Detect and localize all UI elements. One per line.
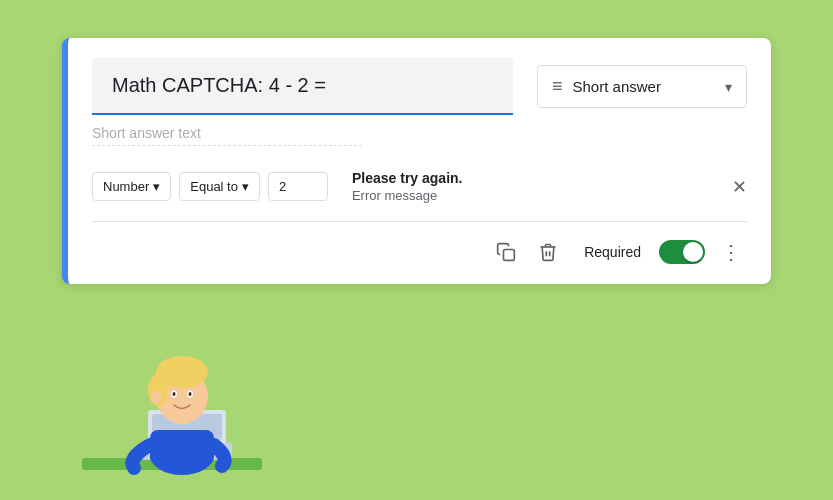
answer-type-label: Short answer [573,78,717,95]
card-top-row: Math CAPTCHA: 4 - 2 = ≡ Short answer ▾ [92,58,747,115]
validation-condition-label: Equal to [190,179,238,194]
question-card: Math CAPTCHA: 4 - 2 = ≡ Short answer ▾ S… [62,38,771,284]
svg-rect-6 [150,430,214,465]
required-toggle[interactable] [659,240,705,264]
validation-condition-arrow-icon: ▾ [242,179,249,194]
question-title-box[interactable]: Math CAPTCHA: 4 - 2 = [92,58,513,115]
more-options-button[interactable]: ⋮ [715,236,747,268]
error-section: Please try again. Error message [352,170,720,203]
validation-condition-dropdown[interactable]: Equal to ▾ [179,172,260,201]
copy-button[interactable] [490,238,522,266]
copy-icon [496,242,516,262]
delete-icon [538,242,558,262]
error-close-icon[interactable]: ✕ [732,178,747,196]
svg-point-11 [160,358,204,378]
short-answer-placeholder: Short answer text [92,125,362,146]
error-title: Please try again. [352,170,720,186]
validation-row: Number ▾ Equal to ▾ Please try again. Er… [92,164,747,203]
question-title: Math CAPTCHA: 4 - 2 = [112,74,326,96]
toggle-thumb [683,242,703,262]
validation-type-label: Number [103,179,149,194]
more-icon: ⋮ [721,241,741,263]
validation-value-input[interactable] [268,172,328,201]
person-illustration [62,300,282,500]
required-label: Required [584,244,641,260]
validation-type-dropdown[interactable]: Number ▾ [92,172,171,201]
answer-type-dropdown[interactable]: ≡ Short answer ▾ [537,65,747,108]
delete-button[interactable] [532,238,564,266]
person-svg [62,300,282,500]
svg-point-16 [151,390,161,404]
svg-rect-0 [504,250,515,261]
svg-point-14 [173,392,176,396]
validation-type-arrow-icon: ▾ [153,179,160,194]
chevron-down-icon: ▾ [725,79,732,95]
card-bottom-row: Required ⋮ [92,221,747,268]
error-message: Error message [352,188,720,203]
svg-point-15 [189,392,192,396]
short-answer-icon: ≡ [552,76,563,97]
